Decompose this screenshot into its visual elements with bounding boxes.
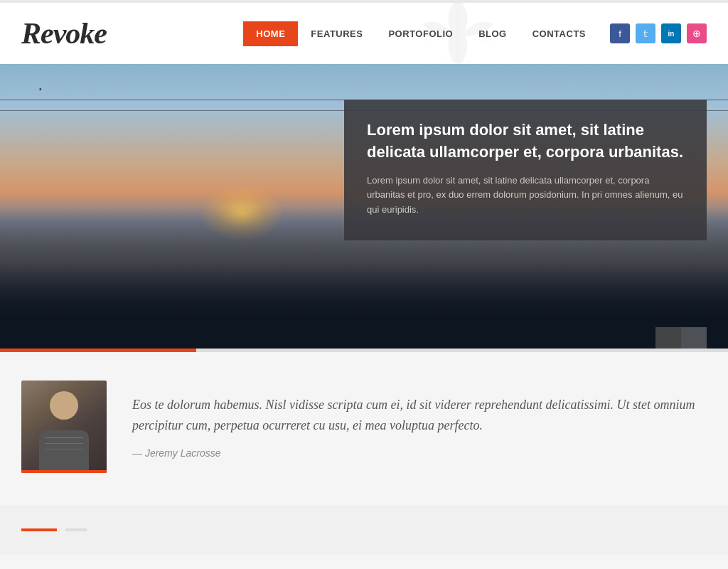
avatar-accent-stripe [21, 470, 107, 473]
logo-area: Revoke [21, 16, 107, 50]
quote-text-area: Eos te dolorum habemus. Nisl vidisse scr… [132, 395, 707, 459]
linkedin-icon[interactable]: in [661, 23, 681, 43]
twitter-icon[interactable]: 𝕥 [636, 23, 655, 43]
bottom-accent-line [21, 528, 57, 531]
slider-dot-1[interactable] [655, 327, 681, 349]
quote-text: Eos te dolorum habemus. Nisl vidisse scr… [132, 395, 707, 436]
avatar-body [39, 430, 89, 473]
bottom-secondary-line [65, 528, 87, 531]
slider-dot-2[interactable] [681, 327, 707, 349]
quote-avatar [21, 381, 107, 473]
social-links: f 𝕥 in ⊕ [610, 23, 707, 43]
hero-title: Lorem ipsum dolor sit amet, sit latine d… [367, 119, 684, 164]
facebook-icon[interactable]: f [610, 23, 630, 43]
slider-navigation [655, 327, 707, 349]
avatar-image [21, 381, 107, 473]
avatar-face [50, 391, 78, 420]
hero-body: Lorem ipsum dolor sit amet, sit latine d… [367, 174, 684, 218]
bottom-section [0, 505, 728, 555]
quote-author: — Jeremy Lacrosse [132, 447, 707, 459]
dribbble-icon[interactable]: ⊕ [687, 23, 707, 43]
quote-section: Eos te dolorum habemus. Nisl vidisse scr… [0, 352, 728, 505]
header-decoration [401, 0, 515, 64]
site-logo: Revoke [21, 16, 107, 50]
nav-item-features[interactable]: FEATURES [298, 21, 375, 46]
hero-content-box: Lorem ipsum dolor sit amet, sit latine d… [344, 100, 707, 240]
nav-item-contacts[interactable]: CONTACTS [520, 21, 599, 46]
nav-item-home[interactable]: HOME [243, 21, 298, 46]
hero-section: • Lorem ipsum dolor sit amet, sit latine… [0, 64, 728, 349]
site-header: Revoke HOME FEATURES PORTOFOLIO BLOG CON… [0, 0, 728, 64]
hero-bird: • [39, 85, 42, 93]
